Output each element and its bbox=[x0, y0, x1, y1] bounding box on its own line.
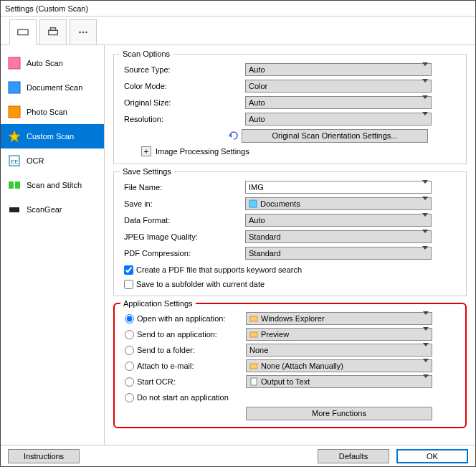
svg-rect-1 bbox=[49, 30, 58, 34]
chevron-down-icon bbox=[422, 233, 428, 242]
sidebar-item-scangear[interactable]: ScanGear bbox=[1, 197, 104, 222]
start-ocr-value: Output to Text bbox=[261, 377, 310, 386]
source-type-value: Auto bbox=[249, 65, 265, 74]
send-folder-label: Send to a folder: bbox=[137, 346, 195, 354]
settings-window: Settings (Custom Scan) Auto Scan Documen… bbox=[0, 0, 476, 467]
original-size-label: Original Size: bbox=[120, 98, 245, 107]
documents-icon bbox=[249, 199, 257, 208]
sidebar-item-auto-scan[interactable]: Auto Scan bbox=[1, 51, 104, 75]
color-mode-combo[interactable]: Color bbox=[245, 80, 432, 93]
image-processing-label: Image Processing Settings bbox=[156, 147, 249, 156]
sidebar-item-document-scan[interactable]: Document Scan bbox=[1, 75, 104, 100]
send-app-radio[interactable] bbox=[125, 330, 134, 339]
sidebar-item-ocr[interactable]: EE OCR bbox=[1, 148, 104, 173]
send-app-value: Preview bbox=[261, 330, 289, 339]
svg-text:EE: EE bbox=[11, 159, 19, 165]
file-name-label: File Name: bbox=[120, 183, 245, 192]
attach-email-radio[interactable] bbox=[125, 362, 134, 371]
start-ocr-combo[interactable]: Output to Text bbox=[246, 375, 432, 388]
image-processing-expander[interactable]: + Image Processing Settings bbox=[141, 146, 460, 156]
sidebar: Auto Scan Document Scan Photo Scan Custo… bbox=[1, 45, 105, 445]
save-settings-group: Save Settings File Name: IMG Save in: bbox=[113, 167, 467, 296]
source-type-combo[interactable]: Auto bbox=[245, 63, 432, 76]
attach-email-combo[interactable]: None (Attach Manually) bbox=[246, 359, 432, 372]
send-app-combo[interactable]: Preview bbox=[246, 328, 432, 341]
chevron-down-icon bbox=[422, 66, 428, 75]
save-in-value: Documents bbox=[260, 199, 300, 208]
scan-options-group: Scan Options Source Type: Auto Color Mod… bbox=[113, 49, 467, 164]
data-format-label: Data Format: bbox=[120, 216, 245, 225]
sidebar-item-photo-scan[interactable]: Photo Scan bbox=[1, 100, 104, 124]
auto-scan-icon bbox=[8, 57, 21, 70]
svg-point-3 bbox=[79, 32, 81, 34]
jpeg-quality-combo[interactable]: Standard bbox=[245, 230, 432, 243]
subfolder-checkbox[interactable] bbox=[124, 280, 133, 289]
svg-rect-6 bbox=[9, 57, 20, 69]
star-icon bbox=[8, 130, 21, 143]
open-with-value: Windows Explorer bbox=[261, 314, 325, 323]
open-with-radio[interactable] bbox=[125, 314, 134, 324]
scanner-icon bbox=[16, 26, 29, 39]
sidebar-item-custom-scan[interactable]: Custom Scan bbox=[1, 124, 104, 148]
svg-rect-16 bbox=[249, 200, 257, 207]
more-icon bbox=[77, 26, 90, 39]
svg-point-5 bbox=[85, 32, 87, 34]
original-size-value: Auto bbox=[249, 98, 265, 107]
send-app-label: Send to an application: bbox=[137, 330, 217, 339]
attach-email-value: None (Attach Manually) bbox=[261, 362, 343, 370]
original-size-combo[interactable]: Auto bbox=[245, 96, 432, 109]
reload-icon[interactable] bbox=[227, 131, 242, 141]
orientation-settings-button[interactable]: Original Scan Orientation Settings... bbox=[242, 129, 428, 143]
pdf-compression-combo[interactable]: Standard bbox=[245, 247, 432, 260]
send-folder-radio[interactable] bbox=[125, 346, 134, 355]
do-not-start-radio[interactable] bbox=[125, 393, 134, 402]
start-ocr-radio[interactable] bbox=[125, 377, 134, 387]
resolution-combo[interactable]: Auto bbox=[245, 113, 432, 126]
pdf-keyword-checkbox[interactable] bbox=[124, 265, 133, 275]
data-format-value: Auto bbox=[249, 216, 265, 225]
window-title: Settings (Custom Scan) bbox=[5, 4, 88, 13]
sidebar-item-label: Custom Scan bbox=[27, 132, 74, 141]
do-not-start-label: Do not start an application bbox=[137, 393, 229, 402]
jpeg-quality-label: JPEG Image Quality: bbox=[120, 232, 245, 241]
ocr-icon: EE bbox=[8, 154, 21, 167]
send-folder-combo[interactable]: None bbox=[246, 344, 432, 357]
text-file-icon bbox=[249, 377, 258, 386]
open-with-label: Open with an application: bbox=[137, 314, 226, 323]
toolbar-tab-printer[interactable] bbox=[39, 19, 67, 45]
preview-icon bbox=[249, 330, 258, 339]
document-scan-icon bbox=[8, 81, 21, 94]
sidebar-item-scan-stitch[interactable]: Scan and Stitch bbox=[1, 173, 104, 197]
sidebar-item-label: Auto Scan bbox=[27, 59, 63, 67]
chevron-down-icon bbox=[423, 315, 429, 324]
save-in-combo[interactable]: Documents bbox=[245, 197, 432, 210]
toolbar-tab-more[interactable] bbox=[70, 19, 97, 45]
open-with-combo[interactable]: Windows Explorer bbox=[246, 312, 432, 325]
application-settings-legend: Application Settings bbox=[120, 299, 196, 308]
toolbar-tab-scanner[interactable] bbox=[9, 19, 37, 45]
chevron-down-icon bbox=[422, 115, 428, 124]
main-panel: Scan Options Source Type: Auto Color Mod… bbox=[105, 45, 475, 445]
chevron-down-icon bbox=[422, 99, 428, 108]
chevron-down-icon bbox=[422, 82, 428, 91]
instructions-button[interactable]: Instructions bbox=[8, 449, 80, 463]
svg-rect-2 bbox=[50, 28, 55, 31]
defaults-button[interactable]: Defaults bbox=[318, 449, 389, 463]
svg-rect-19 bbox=[250, 364, 257, 369]
start-ocr-label: Start OCR: bbox=[137, 377, 176, 386]
file-name-combo[interactable]: IMG bbox=[245, 181, 432, 194]
svg-rect-8 bbox=[9, 106, 20, 118]
send-folder-value: None bbox=[249, 346, 268, 354]
pdf-keyword-label: Create a PDF file that supports keyword … bbox=[136, 265, 302, 274]
data-format-combo[interactable]: Auto bbox=[245, 214, 432, 227]
svg-rect-18 bbox=[250, 332, 257, 337]
sidebar-item-label: ScanGear bbox=[27, 205, 62, 214]
scangear-icon bbox=[8, 203, 21, 216]
chevron-down-icon bbox=[423, 331, 429, 339]
sidebar-item-label: Scan and Stitch bbox=[27, 181, 82, 189]
ok-button[interactable]: OK bbox=[396, 449, 468, 463]
stitch-icon bbox=[8, 179, 21, 192]
more-functions-button[interactable]: More Functions bbox=[246, 407, 432, 420]
subfolder-label: Save to a subfolder with current date bbox=[136, 280, 265, 288]
sidebar-item-label: OCR bbox=[27, 156, 44, 165]
